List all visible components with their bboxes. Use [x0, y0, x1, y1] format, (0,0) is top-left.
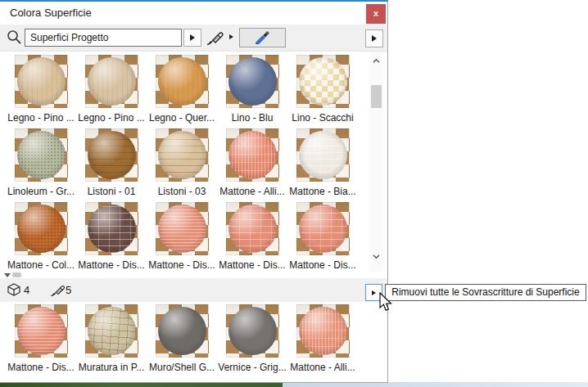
material-label: Listoni - 03 — [158, 186, 206, 197]
app-background: Colora Superficie x — [0, 0, 588, 387]
paintbrush-icon — [49, 281, 67, 302]
toolbar — [0, 25, 387, 51]
material-label: Mattone - Col... — [7, 259, 75, 271]
material-catalog: Legno - Pino ... Legno - Pino ... Legno … — [0, 51, 387, 272]
material-label: Lino - Scacchi — [292, 112, 353, 124]
material-thumbnail — [296, 304, 350, 358]
material-sphere — [299, 57, 347, 106]
material-tile[interactable]: Muratura in P... — [76, 304, 147, 378]
tooltip: Rimuovi tutte le Sovrascritture di Super… — [385, 284, 586, 301]
material-sphere — [228, 307, 277, 355]
colora-superficie-dialog: Colora Superficie x — [0, 0, 388, 383]
scroll-down-button[interactable] — [369, 250, 383, 263]
paint-mode-button[interactable] — [205, 28, 226, 47]
material-thumbnail — [226, 304, 279, 358]
material-sphere — [228, 205, 277, 253]
material-sphere — [17, 307, 66, 355]
arrow-right-icon — [372, 290, 376, 295]
material-tile[interactable]: Mattone - Alli... — [217, 128, 287, 202]
material-thumbnail — [296, 128, 350, 182]
material-label: Legno - Quer... — [149, 112, 215, 124]
cube-icon — [7, 282, 21, 301]
material-thumbnail — [156, 128, 209, 182]
eyedropper-icon — [254, 28, 272, 47]
material-thumbnail — [85, 55, 138, 108]
material-grid: Legno - Pino ... Legno - Pino ... Legno … — [0, 52, 387, 276]
override-material-grid: Mattone - Dis... Muratura in P... Muro/S… — [0, 304, 387, 378]
material-thumbnail — [226, 202, 279, 255]
material-tile[interactable]: Mattone - Dis... — [287, 202, 358, 276]
material-thumbnail — [296, 202, 350, 255]
material-thumbnail — [85, 128, 138, 182]
chevron-up-icon — [373, 57, 380, 65]
material-sphere — [158, 131, 206, 179]
splitter-grip[interactable] — [12, 272, 21, 277]
material-label: Mattone - Dis... — [289, 259, 355, 271]
material-tile[interactable]: Mattone - Dis... — [217, 202, 287, 276]
material-label: Mattone - Dis... — [7, 362, 74, 373]
material-sphere — [299, 307, 347, 355]
material-tile[interactable]: Legno - Pino ... — [6, 55, 76, 128]
material-sphere — [88, 205, 136, 253]
material-sphere — [158, 57, 206, 106]
search-dropdown-button[interactable] — [183, 29, 201, 47]
material-sphere — [299, 131, 347, 179]
material-tile[interactable]: Muro/Shell G... — [147, 304, 217, 378]
material-label: Vernice - Grig... — [218, 362, 286, 373]
mouse-cursor — [377, 292, 393, 317]
material-tile[interactable]: Vernice - Grig... — [217, 304, 287, 378]
material-tile[interactable]: Linoleum - Gr... — [6, 128, 76, 202]
material-tile[interactable]: Mattone - Col... — [6, 202, 76, 276]
material-label: Legno - Pino ... — [78, 112, 144, 124]
material-thumbnail — [296, 55, 350, 108]
chevron-down-icon — [373, 253, 380, 260]
panel-splitter[interactable] — [0, 272, 387, 278]
material-label: Listoni - 01 — [88, 186, 136, 197]
material-thumbnail — [85, 202, 138, 255]
collapse-arrow-icon — [4, 273, 11, 277]
material-tile[interactable]: Lino - Scacchi — [287, 55, 358, 128]
material-tile[interactable]: Legno - Quer... — [147, 55, 217, 128]
material-thumbnail — [15, 304, 68, 358]
material-thumbnail — [156, 55, 209, 108]
material-tile[interactable]: Mattone - Dis... — [6, 304, 76, 378]
search-icon — [6, 29, 23, 49]
material-thumbnail — [85, 304, 138, 358]
material-tile[interactable]: Lino - Blu — [217, 55, 287, 128]
close-button[interactable]: x — [366, 4, 386, 24]
catalog-scrollbar[interactable] — [369, 52, 383, 272]
material-sphere — [88, 57, 136, 106]
material-tile[interactable]: Listoni - 01 — [76, 128, 147, 202]
material-sphere — [228, 57, 277, 106]
paint-mode-dropdown-icon[interactable] — [229, 34, 233, 39]
material-tile[interactable]: Listoni - 03 — [147, 128, 217, 202]
material-tile[interactable]: Mattone - Dis... — [147, 202, 217, 276]
material-tile[interactable]: Legno - Pino ... — [76, 55, 147, 128]
material-label: Mattone - Bia... — [289, 186, 355, 197]
material-tile[interactable]: Mattone - Alli... — [287, 304, 358, 378]
material-tile[interactable]: Mattone - Bia... — [287, 128, 358, 202]
toolbar-panel-button[interactable] — [365, 29, 383, 47]
material-sphere — [158, 205, 206, 253]
material-sphere — [228, 131, 277, 179]
scroll-up-button[interactable] — [369, 55, 383, 67]
material-thumbnail — [226, 128, 279, 182]
material-sphere — [17, 57, 66, 106]
material-sphere — [88, 307, 136, 355]
material-thumbnail — [156, 202, 209, 255]
eyedropper-button[interactable] — [239, 28, 286, 47]
material-thumbnail — [156, 304, 209, 358]
search-input[interactable] — [25, 29, 182, 47]
status-bar: 4 5 — [0, 278, 387, 302]
title-bar[interactable]: Colora Superficie x — [0, 2, 387, 25]
scrollbar-thumb[interactable] — [371, 85, 382, 108]
material-thumbnail — [15, 202, 68, 255]
material-thumbnail — [15, 128, 68, 182]
arrow-right-icon — [372, 35, 377, 42]
material-sphere — [158, 307, 206, 355]
material-sphere — [299, 205, 347, 253]
material-label: Linoleum - Gr... — [7, 186, 75, 197]
material-tile[interactable]: Mattone - Dis... — [76, 202, 147, 276]
material-label: Mattone - Dis... — [78, 259, 144, 271]
material-label: Mattone - Dis... — [219, 259, 285, 271]
